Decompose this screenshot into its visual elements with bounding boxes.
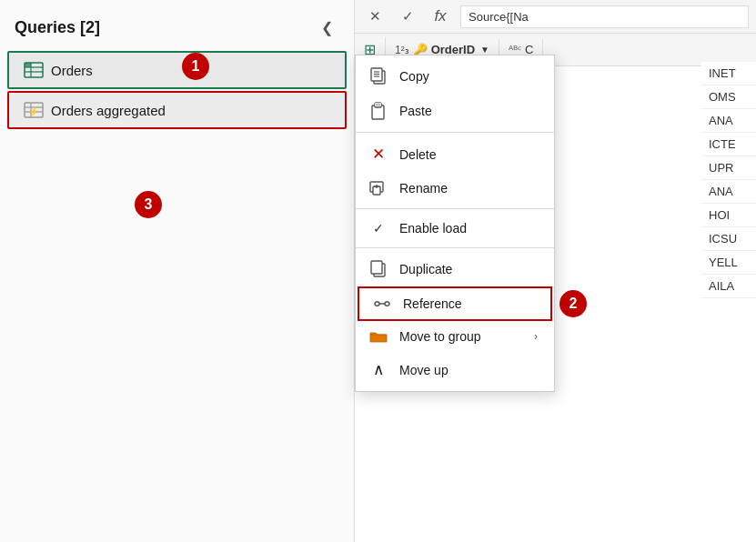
fx-button[interactable]: fx [428, 4, 453, 29]
data-cell: ANA [701, 109, 756, 133]
menu-item-duplicate[interactable]: Duplicate [356, 252, 554, 286]
move-to-group-label: Move to group [399, 329, 481, 344]
data-rows: INET OMS ANA ICTE UPR ANA HOI ICSU YELL … [701, 62, 756, 298]
menu-item-delete[interactable]: ✕ Delete [356, 136, 554, 172]
collapse-button[interactable]: ❮ [314, 15, 339, 40]
queries-sidebar: Queries [2] ❮ Orders 1 ⚡ Orders aggregat… [0, 0, 355, 542]
reference-label: Reference [403, 296, 462, 311]
formula-input[interactable] [460, 5, 749, 28]
cancel-formula-button[interactable]: ✕ [362, 4, 388, 29]
submenu-arrow-icon: › [534, 330, 538, 343]
menu-item-reference[interactable]: Reference 2 [358, 286, 552, 321]
folder-icon [368, 329, 388, 344]
context-menu: Copy Paste ✕ Delete [355, 55, 555, 392]
table-lightning-icon: ⚡ [24, 102, 44, 118]
rename-label: Rename [399, 181, 448, 196]
menu-item-move-to-group[interactable]: Move to group › [356, 321, 554, 352]
main-area: ✕ ✓ fx ⊞ 1²₃ 🔑 OrderID ▼ ᴬᴮᶜ C INET OMS … [355, 0, 756, 542]
svg-rect-4 [25, 63, 31, 67]
confirm-formula-button[interactable]: ✓ [395, 4, 420, 29]
copy-label: Copy [399, 69, 429, 84]
paste-icon [368, 102, 388, 120]
duplicate-label: Duplicate [399, 262, 452, 276]
menu-item-copy[interactable]: Copy [356, 59, 554, 94]
data-cell: ANA [701, 180, 756, 204]
table-green-icon [24, 62, 44, 78]
reference-icon [372, 296, 392, 311]
formula-bar: ✕ ✓ fx [355, 0, 756, 34]
svg-rect-18 [376, 104, 380, 105]
paste-label: Paste [399, 104, 432, 118]
separator-3 [356, 247, 554, 248]
menu-item-rename[interactable]: Rename [356, 172, 554, 205]
svg-text:⚡: ⚡ [28, 105, 40, 117]
sidebar-title: Queries [2] [15, 18, 100, 37]
data-cell: UPR [701, 156, 756, 180]
move-up-label: Move up [399, 363, 449, 377]
data-cell: INET [701, 62, 756, 85]
data-cell: HOI [701, 204, 756, 227]
data-cell: OMS [701, 85, 756, 109]
annotation-3: 3 [135, 191, 162, 218]
copy-icon [368, 67, 388, 85]
delete-icon: ✕ [368, 145, 388, 164]
column-orderid-dropdown[interactable]: ▼ [480, 45, 489, 55]
annotation-2: 2 [559, 290, 587, 317]
duplicate-icon [368, 260, 388, 278]
separator-1 [356, 132, 554, 133]
enable-load-label: Enable load [399, 221, 467, 236]
query-item-orders-aggregated[interactable]: ⚡ Orders aggregated [7, 91, 347, 129]
rename-icon [368, 180, 388, 196]
data-cell: ICSU [701, 227, 756, 251]
checkmark-icon: ✓ [368, 221, 388, 236]
data-cell: ICTE [701, 133, 756, 156]
svg-rect-24 [371, 261, 382, 274]
menu-item-enable-load[interactable]: ✓ Enable load [356, 213, 554, 244]
annotation-1: 1 [182, 53, 209, 80]
menu-item-paste[interactable]: Paste [356, 94, 554, 128]
menu-item-move-up[interactable]: ∧ Move up [356, 352, 554, 387]
separator-2 [356, 208, 554, 209]
move-up-icon: ∧ [368, 360, 388, 379]
data-cell: AILA [701, 275, 756, 298]
query-orders-label: Orders [51, 63, 93, 78]
sidebar-header: Queries [2] ❮ [0, 0, 354, 49]
query-aggregated-label: Orders aggregated [51, 103, 166, 118]
delete-label: Delete [399, 147, 436, 162]
data-cell: YELL [701, 251, 756, 275]
query-item-orders[interactable]: Orders [7, 51, 347, 89]
